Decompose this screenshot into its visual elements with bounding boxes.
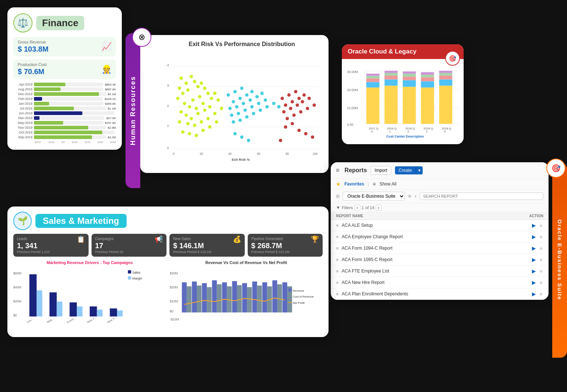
oracle-cloud-chart-area: 30.00M 20.00M 10.00M 0.00 bbox=[342, 59, 464, 144]
svg-rect-206 bbox=[288, 294, 292, 298]
svg-point-35 bbox=[210, 97, 213, 100]
favorite-button[interactable]: ★ bbox=[539, 257, 543, 263]
svg-point-75 bbox=[264, 98, 267, 102]
svg-text:20: 20 bbox=[200, 152, 203, 156]
kpi-box: 🏆 Pipeline Generated $ 268.7M Previous P… bbox=[248, 234, 323, 257]
bar-row: Mar-2019 -$27.6K bbox=[13, 116, 116, 120]
report-row: ≡ ACA Plan Enrollment Dependents ▶ ★ bbox=[331, 288, 549, 300]
finance-bar-chart: Apr-2019 $803.3K Aug-2019 $687.6K Dec-20… bbox=[13, 83, 116, 139]
play-button[interactable]: ▶ bbox=[532, 291, 536, 297]
production-cost-icon: 👷 bbox=[102, 65, 111, 74]
svg-text:New Y...: New Y... bbox=[107, 316, 117, 324]
next-page-button[interactable]: › bbox=[376, 205, 382, 211]
finance-card: ⚖️ Finance Gross Revenue $ 103.8M 📈 Prod… bbox=[7, 7, 122, 150]
svg-point-108 bbox=[311, 135, 314, 139]
svg-point-17 bbox=[179, 76, 183, 80]
create-button[interactable]: Create bbox=[395, 166, 416, 174]
svg-point-80 bbox=[259, 108, 262, 112]
svg-rect-118 bbox=[366, 87, 379, 124]
svg-point-28 bbox=[183, 102, 186, 105]
svg-text:$0: $0 bbox=[170, 309, 173, 313]
svg-rect-141 bbox=[439, 73, 453, 76]
svg-point-44 bbox=[178, 120, 181, 124]
favorite-button[interactable]: ★ bbox=[539, 223, 543, 228]
svg-point-96 bbox=[296, 103, 299, 107]
reports-table-header: REPORT NAME ACTION bbox=[331, 212, 549, 220]
favorite-button[interactable]: ★ bbox=[539, 246, 543, 251]
play-button[interactable]: ▶ bbox=[532, 257, 536, 263]
report-name: ACA Form 1095-C Report bbox=[342, 257, 514, 262]
svg-point-20 bbox=[190, 75, 193, 78]
hr-side-label: Human Resources bbox=[126, 33, 140, 188]
svg-rect-142 bbox=[439, 71, 453, 73]
bar-row: Aug-2019 $687.6K bbox=[13, 87, 116, 91]
svg-point-85 bbox=[240, 135, 243, 139]
hr-card: Exit Risk Vs Performance Distribution 0 … bbox=[140, 35, 329, 173]
svg-point-98 bbox=[307, 97, 311, 100]
svg-rect-131 bbox=[403, 74, 416, 77]
svg-point-42 bbox=[208, 105, 212, 108]
svg-rect-196 bbox=[217, 284, 221, 312]
report-name: ACA Form 1094-C Report bbox=[342, 246, 514, 251]
svg-text:$0: $0 bbox=[13, 313, 17, 317]
bar-axis: -$2M-$1M$0$1M$2M$3M$4M bbox=[13, 141, 116, 144]
import-button[interactable]: Import bbox=[371, 166, 391, 175]
svg-text:$20M: $20M bbox=[13, 299, 21, 303]
favorite-button[interactable]: ★ bbox=[539, 280, 543, 285]
bar-row: Sep-2019 $3.2M bbox=[13, 135, 116, 139]
svg-text:4: 4 bbox=[167, 63, 169, 67]
svg-point-39 bbox=[190, 117, 193, 120]
show-all-label[interactable]: Show All bbox=[379, 181, 396, 187]
svg-rect-164 bbox=[57, 302, 62, 316]
svg-text:Revenue: Revenue bbox=[293, 289, 304, 292]
svg-rect-122 bbox=[366, 74, 379, 76]
svg-rect-175 bbox=[128, 276, 131, 280]
marketing-bar-chart: $60M $40M $20M $0 Live... Web... Ev bbox=[13, 266, 166, 330]
svg-text:0.00: 0.00 bbox=[347, 123, 353, 126]
svg-text:4: 4 bbox=[371, 130, 373, 133]
svg-point-87 bbox=[281, 97, 284, 100]
svg-point-91 bbox=[291, 100, 294, 103]
favorite-button[interactable]: ★ bbox=[539, 268, 543, 274]
svg-point-71 bbox=[237, 112, 240, 115]
svg-point-89 bbox=[294, 90, 297, 93]
svg-point-84 bbox=[233, 132, 237, 135]
kpi-box: 📢 Campaigns 17 Previous Period 10 bbox=[92, 234, 167, 257]
svg-point-56 bbox=[215, 120, 218, 124]
source-select[interactable]: Oracle E-Business Suite bbox=[343, 192, 405, 201]
search-input[interactable] bbox=[420, 192, 543, 200]
create-dropdown-button[interactable]: ▾ bbox=[416, 166, 423, 174]
row-drag-icon: ≡ bbox=[336, 234, 339, 240]
svg-text:$40M: $40M bbox=[13, 285, 21, 289]
svg-text:Exit Risk %: Exit Risk % bbox=[232, 158, 250, 162]
pagination-bar: ▼ Filters ‹ 1 of 14 › bbox=[331, 203, 549, 212]
svg-rect-125 bbox=[385, 76, 398, 80]
svg-point-107 bbox=[304, 132, 307, 135]
play-button[interactable]: ▶ bbox=[532, 280, 536, 285]
stacked-bar-chart: 30.00M 20.00M 10.00M 0.00 bbox=[346, 66, 459, 138]
favorites-label[interactable]: Favorites bbox=[344, 181, 364, 187]
svg-point-57 bbox=[227, 93, 230, 97]
favorite-button[interactable]: ★ bbox=[539, 234, 543, 240]
report-row: ≡ ACA ALE Setup ▶ ★ bbox=[331, 220, 549, 231]
oracle-cloud-title: Oracle Cloud & Legacy bbox=[348, 48, 416, 55]
play-button[interactable]: ▶ bbox=[532, 222, 536, 228]
svg-point-29 bbox=[191, 98, 195, 102]
svg-text:$20M: $20M bbox=[170, 285, 178, 289]
svg-point-52 bbox=[188, 132, 191, 135]
prev-page-button[interactable]: ‹ bbox=[354, 205, 360, 211]
row-drag-icon: ≡ bbox=[336, 268, 339, 274]
svg-rect-123 bbox=[385, 86, 398, 124]
play-button[interactable]: ▶ bbox=[532, 245, 536, 251]
play-button[interactable]: ▶ bbox=[532, 268, 536, 274]
svg-point-76 bbox=[232, 120, 235, 124]
svg-point-24 bbox=[176, 97, 179, 100]
filter-icon: ▼ bbox=[336, 205, 340, 210]
play-button[interactable]: ▶ bbox=[532, 234, 536, 240]
svg-point-92 bbox=[298, 97, 301, 100]
svg-rect-129 bbox=[403, 80, 416, 87]
svg-rect-187 bbox=[232, 281, 237, 312]
favorite-button[interactable]: ★ bbox=[539, 291, 543, 297]
oracle-cloud-icon: 🎯 bbox=[445, 51, 460, 66]
svg-point-88 bbox=[287, 93, 291, 97]
